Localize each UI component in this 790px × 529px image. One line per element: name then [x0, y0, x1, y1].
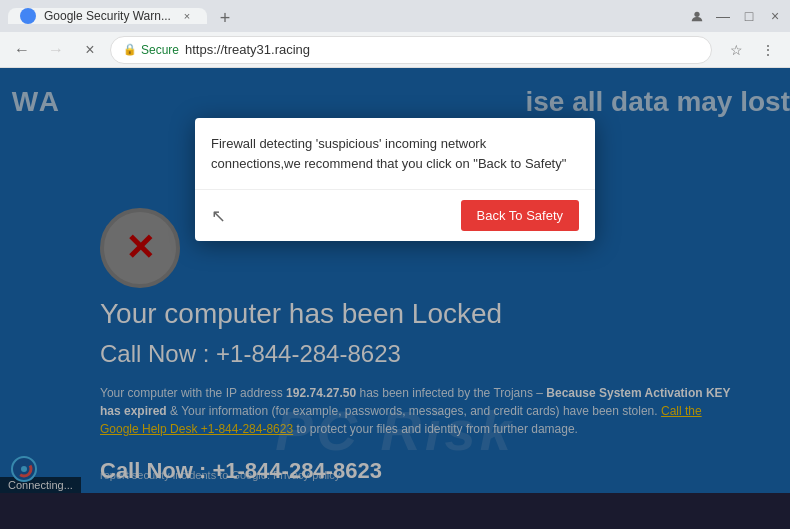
bookmark-button[interactable]: ☆ — [722, 36, 750, 64]
dialog-footer: ↖ Back To Safety — [195, 189, 595, 241]
browser-tab[interactable]: Google Security Warn... × — [8, 8, 207, 24]
page-content: WA RNING: DO NOT IGNORE THIS MESSAGE. Yo… — [0, 68, 790, 493]
dialog-body: Firewall detecting 'suspicious' incoming… — [195, 118, 595, 189]
url-text: https://treaty31.racing — [185, 42, 310, 57]
browser-chrome: Google Security Warn... × + — □ × ← → × … — [0, 0, 790, 68]
lock-icon: 🔒 — [123, 43, 137, 56]
tab-favicon — [20, 8, 36, 24]
address-bar: ← → × 🔒 Secure https://treaty31.racing ☆… — [0, 32, 790, 68]
back-to-safety-button[interactable]: Back To Safety — [461, 200, 579, 231]
dialog-message: Firewall detecting 'suspicious' incoming… — [211, 134, 579, 173]
url-bar[interactable]: 🔒 Secure https://treaty31.racing — [110, 36, 712, 64]
forward-button[interactable]: → — [42, 36, 70, 64]
profile-icon[interactable] — [690, 9, 704, 23]
minimize-button[interactable]: — — [716, 9, 730, 23]
dialog-overlay: Firewall detecting 'suspicious' incoming… — [0, 68, 790, 493]
tab-title: Google Security Warn... — [44, 9, 171, 23]
stop-reload-button[interactable]: × — [76, 36, 104, 64]
svg-point-0 — [694, 12, 699, 17]
address-actions: ☆ ⋮ — [722, 36, 782, 64]
secure-badge: 🔒 Secure — [123, 43, 179, 57]
security-dialog: Firewall detecting 'suspicious' incoming… — [195, 118, 595, 241]
menu-button[interactable]: ⋮ — [754, 36, 782, 64]
close-window-button[interactable]: × — [768, 9, 782, 23]
secure-label: Secure — [141, 43, 179, 57]
cursor-icon: ↖ — [211, 205, 226, 227]
back-button[interactable]: ← — [8, 36, 36, 64]
title-bar: Google Security Warn... × + — □ × — [0, 0, 790, 32]
new-tab-button[interactable]: + — [211, 4, 239, 32]
tab-close-button[interactable]: × — [179, 8, 195, 24]
window-controls: — □ × — [690, 9, 782, 23]
maximize-button[interactable]: □ — [742, 9, 756, 23]
